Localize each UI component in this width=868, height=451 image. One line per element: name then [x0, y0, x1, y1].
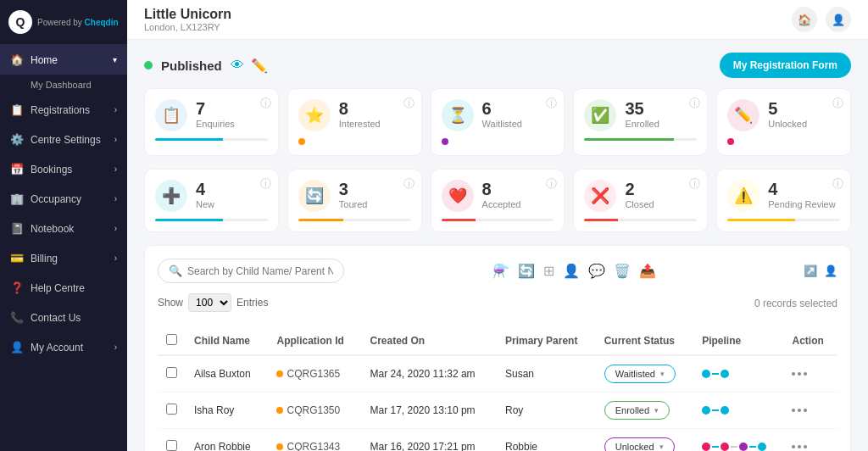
interested-count: 8: [339, 99, 381, 119]
status-badge[interactable]: Waitlisted ▾: [604, 365, 676, 383]
primary-parent: Robbie: [497, 429, 596, 452]
child-name: Isha Roy: [186, 393, 268, 429]
action-dot: [798, 409, 801, 412]
download-icon[interactable]: 👤: [824, 264, 837, 277]
stat-card-pending[interactable]: ⚠️ 4 Pending Review ⓘ: [716, 169, 851, 232]
row-checkbox[interactable]: [166, 367, 177, 378]
pipeline-line: [712, 409, 719, 411]
row-checkbox[interactable]: [166, 440, 177, 451]
table-header-row: Child Name Application Id Created On Pri…: [158, 327, 837, 355]
waitlisted-count: 6: [482, 99, 522, 119]
sidebar-item-notebook[interactable]: 📓 Notebook ›: [0, 214, 127, 243]
info-icon[interactable]: ⓘ: [546, 176, 557, 192]
stat-card-waitlisted[interactable]: ⏳ 6 Waitlisted ⓘ: [431, 88, 565, 156]
action[interactable]: [783, 429, 837, 452]
sidebar-item-billing[interactable]: 💳 Billing ›: [0, 243, 127, 273]
select-all-checkbox[interactable]: [166, 334, 177, 345]
published-status-dot: [144, 61, 153, 70]
current-status[interactable]: Unlocked ▾: [596, 429, 693, 452]
sidebar-item-registrations[interactable]: 📋 Registrations ›: [0, 95, 127, 125]
chat-icon[interactable]: 💬: [588, 263, 605, 279]
sidebar: Q Powered by Cheqdin 🏠 Home ▾ My Dashboa…: [0, 0, 127, 451]
stat-card-enrolled[interactable]: ✅ 35 Enrolled ⓘ: [573, 88, 708, 156]
new-count: 4: [196, 180, 214, 199]
sidebar-item-centre-settings[interactable]: ⚙️ Centre Settings ›: [0, 125, 127, 154]
stat-card-closed[interactable]: ❌ 2 Closed ⓘ: [573, 169, 708, 232]
stat-card-enquiries[interactable]: 📋 7 Enquiries ⓘ: [144, 88, 279, 156]
action-dot: [804, 445, 807, 448]
edit-icon[interactable]: ✏️: [251, 58, 268, 74]
info-icon[interactable]: ⓘ: [403, 176, 415, 192]
refresh-icon[interactable]: 🔄: [518, 263, 535, 279]
info-icon[interactable]: ⓘ: [260, 96, 271, 111]
sidebar-item-bookings[interactable]: 📅 Bookings ›: [0, 154, 127, 184]
stat-card-interested[interactable]: ⭐ 8 Interested ⓘ: [287, 88, 422, 156]
enquiries-icon: 📋: [155, 99, 187, 131]
enquiries-count: 7: [196, 99, 235, 119]
info-icon[interactable]: ⓘ: [832, 176, 843, 192]
page-subtitle: London, LX123RY: [144, 22, 231, 32]
pipeline-dot: [721, 443, 729, 451]
action-menu-button[interactable]: [792, 409, 829, 412]
search-input[interactable]: [187, 265, 333, 277]
help-icon: ❓: [10, 281, 24, 294]
status-badge[interactable]: Unlocked ▾: [604, 437, 675, 451]
action[interactable]: [783, 393, 837, 429]
stat-card-toured[interactable]: 🔄 3 Toured ⓘ: [287, 169, 422, 232]
sidebar-item-contact[interactable]: 📞 Contact Us: [0, 303, 127, 332]
action-menu-button[interactable]: [792, 445, 829, 448]
pipeline-dot: [702, 370, 710, 378]
sidebar-item-account[interactable]: 👤 My Account ›: [0, 332, 127, 362]
info-icon[interactable]: ⓘ: [546, 96, 557, 111]
pending-bar: [727, 219, 840, 221]
home-header-icon[interactable]: 🏠: [792, 7, 817, 32]
registration-form-button[interactable]: My Registration Form: [720, 53, 851, 78]
user-icon[interactable]: 👤: [563, 263, 580, 279]
stat-card-new[interactable]: ➕ 4 New ⓘ: [144, 169, 279, 232]
settings-icon: ⚙️: [10, 133, 24, 146]
current-status[interactable]: Enrolled ▾: [596, 393, 693, 429]
user-header-icon[interactable]: 👤: [826, 7, 851, 32]
action-menu-button[interactable]: [792, 372, 829, 376]
chevron-icon: ›: [114, 253, 117, 263]
share-icon[interactable]: ↗️: [804, 264, 817, 277]
info-icon[interactable]: ⓘ: [689, 96, 700, 111]
table-toolbar: 🔍 ⚗️ 🔄 ⊞ 👤 💬 🗑️ 📤 ↗️ 👤: [158, 259, 837, 283]
enrolled-label: Enrolled: [625, 119, 659, 129]
eye-icon[interactable]: 👁: [231, 58, 244, 74]
action[interactable]: [783, 355, 837, 393]
row-checkbox[interactable]: [166, 404, 177, 415]
filter-icon[interactable]: ⚗️: [492, 263, 509, 279]
contact-icon: 📞: [10, 311, 24, 324]
status-badge[interactable]: Enrolled ▾: [604, 401, 670, 420]
enquiries-bar: [155, 138, 268, 141]
published-action-icons: 👁 ✏️: [231, 58, 268, 74]
search-icon: 🔍: [169, 264, 182, 277]
info-icon[interactable]: ⓘ: [403, 96, 415, 111]
info-icon[interactable]: ⓘ: [260, 176, 271, 192]
info-icon[interactable]: ⓘ: [832, 96, 843, 111]
info-icon[interactable]: ⓘ: [689, 176, 700, 192]
merge-icon[interactable]: ⊞: [543, 263, 554, 279]
primary-parent: Roy: [497, 393, 596, 429]
col-pipeline: Pipeline: [693, 327, 783, 355]
select-all-header: [158, 327, 186, 355]
sidebar-item-home[interactable]: 🏠 Home ▾: [0, 45, 127, 75]
table-section: 🔍 ⚗️ 🔄 ⊞ 👤 💬 🗑️ 📤 ↗️ 👤: [144, 245, 851, 451]
created-on: Mar 16, 2020 17:21 pm: [361, 429, 497, 452]
new-bar: [155, 219, 268, 221]
pipeline-line: [749, 446, 756, 448]
sidebar-item-occupancy[interactable]: 🏢 Occupancy ›: [0, 184, 127, 214]
header-icons: 🏠 👤: [792, 7, 851, 32]
stat-card-unlocked[interactable]: ✏️ 5 Unlocked ⓘ: [716, 88, 851, 156]
current-status[interactable]: Waitlisted ▾: [596, 355, 693, 393]
entries-select[interactable]: 100 50 25: [188, 293, 231, 312]
delete-icon[interactable]: 🗑️: [614, 263, 631, 279]
chevron-icon: ›: [114, 105, 117, 114]
search-box[interactable]: 🔍: [158, 259, 344, 283]
sidebar-item-help[interactable]: ❓ Help Centre: [0, 273, 127, 303]
sidebar-item-dashboard[interactable]: My Dashboard: [0, 75, 127, 95]
stat-card-accepted[interactable]: ❤️ 8 Accepted ⓘ: [431, 169, 565, 232]
toured-label: Toured: [339, 199, 368, 209]
export-icon[interactable]: 📤: [639, 263, 656, 279]
